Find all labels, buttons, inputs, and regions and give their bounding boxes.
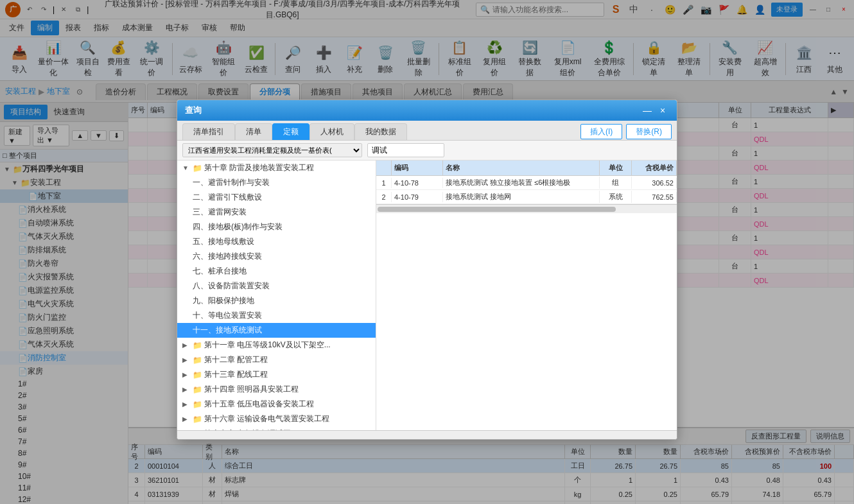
ch12-label: 第十二章 配管工程 [204, 354, 268, 365]
folder-icon-ch16: 📁 [193, 415, 202, 424]
ch17-label: 第十七章 电气设备调试工程 [204, 428, 299, 430]
modal-tabs-area: 清单指引 清单 定额 人材机 我的数据 插入(I) 替换(R) [177, 121, 677, 141]
result-cell-unit-2: 系统 [600, 191, 632, 203]
label-19: 九、阳极保护接地 [193, 295, 254, 306]
modal-tree-13[interactable]: 三、避雷网安装 [177, 205, 376, 220]
result-col-idx [376, 161, 392, 175]
result-cell-price-2: 762.55 [632, 192, 677, 202]
modal-tree-110[interactable]: 十、等电位装置安装 [177, 308, 376, 323]
arrow-ch13: ▶ [182, 371, 190, 378]
modal-search-input[interactable] [367, 143, 444, 157]
modal-replace-btn[interactable]: 替换(R) [626, 124, 672, 139]
ch14-label: 第十四章 照明器具安装工程 [204, 384, 299, 395]
result-hscrollbar[interactable] [376, 204, 677, 213]
modal-tree-chapter16[interactable]: ▶ 📁 第十六章 运输设备电气装置安装工程 [177, 412, 376, 426]
hscroll-thumb [378, 207, 616, 212]
arrow-ch15: ▶ [182, 401, 190, 408]
label-16: 六、接地跨接线安装 [193, 251, 262, 262]
modal-header: 查询 — × [177, 100, 677, 121]
modal-tree-chapter11[interactable]: ▶ 📁 第十一章 电压等级10kV及以下架空... [177, 338, 376, 352]
modal-tree-18[interactable]: 八、设备防雷装置安装 [177, 279, 376, 293]
ch15-label: 第十五章 低压电器设备安装工程 [204, 399, 314, 410]
result-cell-name-2: 接地系统测试 接地网 [443, 191, 600, 203]
result-header: 编码 名称 单位 含税单价 [376, 161, 677, 176]
arrow-ch12: ▶ [182, 356, 190, 363]
folder-icon-ch15: 📁 [193, 400, 202, 409]
modal-tree-chapter15[interactable]: ▶ 📁 第十五章 低压电器设备安装工程 [177, 397, 376, 412]
ch13-label: 第十三章 配线工程 [204, 369, 268, 380]
modal-tree-chapter13[interactable]: ▶ 📁 第十三章 配线工程 [177, 367, 376, 382]
result-cell-price-1: 306.52 [632, 178, 677, 188]
result-col-unit: 单位 [600, 161, 632, 175]
result-cell-idx-2: 2 [376, 192, 392, 202]
arrow-ch10: ▼ [182, 164, 190, 171]
result-cell-code-1: 4-10-78 [392, 178, 443, 188]
arrow-ch14: ▶ [182, 386, 190, 393]
modal-result-panel: 编码 名称 单位 含税单价 1 4-10-78 接地系统测试 独立接地装置 ≤6… [376, 161, 677, 430]
result-cell-idx-1: 1 [376, 178, 392, 188]
folder-icon-ch17: 📁 [193, 430, 202, 431]
modal-tree-chapter12[interactable]: ▶ 📁 第十二章 配管工程 [177, 352, 376, 367]
label-13: 三、避雷网安装 [193, 207, 247, 218]
label-14: 四、接地极(板)制作与安装 [193, 222, 283, 232]
arrow-ch11: ▶ [182, 342, 190, 349]
modal-tree-chapter10[interactable]: ▼ 📁 第十章 防雷及接地装置安装工程 [177, 161, 376, 175]
label-11: 一、避雷针制作与安装 [193, 177, 270, 188]
modal-footer [177, 430, 677, 439]
modal-dialog: 查询 — × 清单指引 清单 定额 人材机 我的数据 插入(I) 替换(R) 江… [177, 100, 677, 440]
modal-body: ▼ 📁 第十章 防雷及接地装置安装工程 一、避雷针制作与安装 二、避雷引下线敷设… [177, 161, 677, 430]
modal-minimize-btn[interactable]: — [641, 104, 654, 117]
folder-icon-ch12: 📁 [193, 356, 202, 365]
modal-overlay[interactable]: 查询 — × 清单指引 清单 定额 人材机 我的数据 插入(I) 替换(R) 江… [0, 0, 854, 504]
ch16-label: 第十六章 运输设备电气装置安装工程 [204, 413, 329, 424]
folder-icon-ch11: 📁 [193, 341, 202, 350]
result-row-2[interactable]: 2 4-10-79 接地系统测试 接地网 系统 762.55 [376, 190, 677, 204]
result-cell-unit-1: 组 [600, 177, 632, 189]
modal-tab-quota[interactable]: 定额 [272, 123, 309, 140]
modal-tree-12[interactable]: 二、避雷引下线敷设 [177, 190, 376, 205]
label-17: 七、桩承台接地 [193, 266, 247, 277]
modal-toolbar: 江西省通用安装工程消耗量定额及统一基价表( [177, 141, 677, 161]
result-col-price: 含税单价 [632, 161, 677, 175]
result-col-code: 编码 [392, 161, 443, 175]
result-row-1[interactable]: 1 4-10-78 接地系统测试 独立接地装置 ≤6根接地极 组 306.52 [376, 176, 677, 190]
label-15: 五、接地母线敷设 [193, 236, 254, 247]
modal-tree-11[interactable]: 一、避雷针制作与安装 [177, 175, 376, 190]
modal-tree-19[interactable]: 九、阳极保护接地 [177, 293, 376, 308]
modal-tree-chapter14[interactable]: ▶ 📁 第十四章 照明器具安装工程 [177, 382, 376, 397]
modal-tree-17[interactable]: 七、桩承台接地 [177, 264, 376, 279]
label-12: 二、避雷引下线敷设 [193, 192, 262, 203]
modal-tab-mydata[interactable]: 我的数据 [354, 123, 407, 140]
modal-insert-btn[interactable]: 插入(I) [580, 124, 622, 139]
label-111: 十一、接地系统测试 [193, 325, 262, 336]
modal-quota-select[interactable]: 江西省通用安装工程消耗量定额及统一基价表( [182, 143, 362, 157]
folder-icon-ch13: 📁 [193, 370, 202, 379]
modal-tree-14[interactable]: 四、接地极(板)制作与安装 [177, 220, 376, 234]
ch11-label: 第十一章 电压等级10kV及以下架空... [204, 340, 331, 351]
result-col-name: 名称 [443, 161, 600, 175]
modal-close-btn[interactable]: × [656, 104, 669, 117]
modal-header-btns: — × [641, 104, 669, 117]
modal-tab-labor[interactable]: 人材机 [309, 123, 354, 140]
result-cell-name-1: 接地系统测试 独立接地装置 ≤6根接地极 [443, 177, 600, 189]
ch10-label: 第十章 防雷及接地装置安装工程 [204, 162, 314, 173]
label-18: 八、设备防雷装置安装 [193, 281, 270, 291]
modal-tree-111[interactable]: 十一、接地系统测试 [177, 323, 376, 338]
folder-icon-ch14: 📁 [193, 385, 202, 394]
modal-tree-chapter17[interactable]: ▶ 📁 第十七章 电气设备调试工程 [177, 426, 376, 430]
folder-icon-ch10: 📁 [193, 164, 202, 173]
modal-tree-panel: ▼ 📁 第十章 防雷及接地装置安装工程 一、避雷针制作与安装 二、避雷引下线敷设… [177, 161, 376, 430]
result-cell-code-2: 4-10-79 [392, 192, 443, 202]
label-110: 十、等电位装置安装 [193, 310, 262, 321]
modal-tree-16[interactable]: 六、接地跨接线安装 [177, 249, 376, 264]
modal-tab-bom-guide[interactable]: 清单指引 [182, 123, 235, 140]
modal-title: 查询 [185, 105, 202, 116]
modal-tab-bom[interactable]: 清单 [235, 123, 272, 140]
modal-tree-15[interactable]: 五、接地母线敷设 [177, 234, 376, 249]
arrow-ch16: ▶ [182, 415, 190, 422]
